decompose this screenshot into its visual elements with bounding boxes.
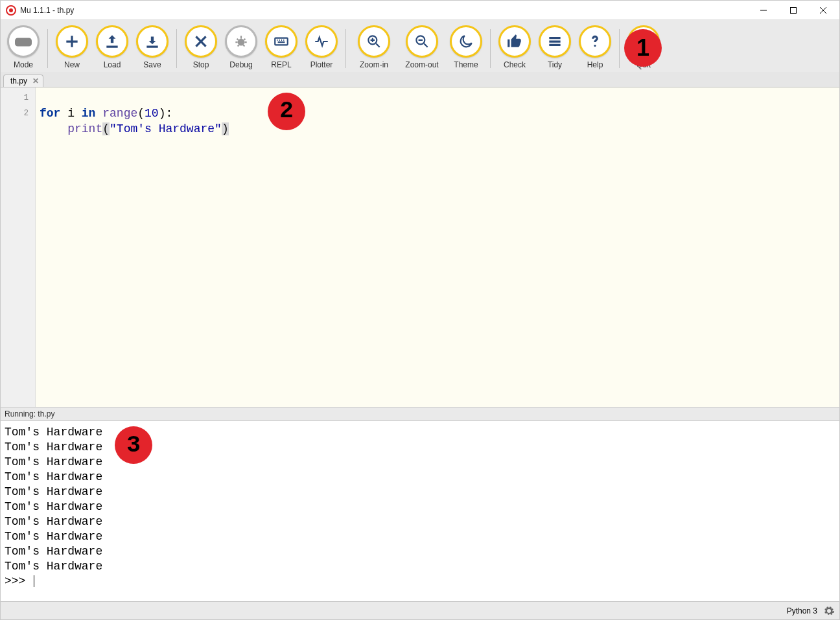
svg-point-5: [594, 45, 596, 47]
callout-1: 1: [624, 29, 662, 67]
check-button[interactable]: Check: [495, 24, 535, 71]
download-icon: [136, 25, 169, 58]
code-token: range: [95, 107, 137, 120]
tab-file[interactable]: th.py ✕: [3, 75, 43, 87]
code-editor[interactable]: 1 2 for i in range(10): print("Tom's Har…: [1, 87, 839, 407]
keyboard-icon: [265, 25, 298, 58]
save-button[interactable]: Save: [132, 24, 172, 71]
zoom-out-icon: [406, 25, 438, 58]
code-area[interactable]: for i in range(10): print("Tom's Hardwar…: [36, 87, 839, 407]
gamepad-icon: [7, 25, 40, 58]
zoom-out-button[interactable]: Zoom-out: [398, 24, 446, 71]
code-token: for: [40, 107, 60, 120]
code-token: "Tom's Hardware": [110, 122, 222, 135]
tab-bar: th.py ✕: [1, 72, 839, 87]
separator: [176, 29, 177, 68]
toolbar-label: Zoom-in: [360, 60, 388, 69]
x-icon: [185, 25, 217, 58]
output-line: Tom's Hardware: [5, 455, 102, 468]
output-line: Tom's Hardware: [5, 426, 102, 439]
status-mode: Python 3: [787, 606, 817, 615]
line-gutter: 1 2: [1, 87, 36, 407]
code-token: i: [60, 107, 81, 120]
line-number: 2: [1, 106, 29, 121]
separator: [345, 29, 346, 68]
output-line: Tom's Hardware: [5, 545, 102, 558]
svg-rect-0: [791, 7, 797, 13]
moon-icon: [450, 25, 482, 58]
window-title: Mu 1.1.1 - th.py: [20, 6, 749, 15]
theme-button[interactable]: Theme: [446, 24, 486, 71]
new-button[interactable]: New: [52, 24, 92, 71]
separator: [47, 29, 48, 68]
toolbar: Mode New Load Save Stop Debug REPL: [1, 20, 839, 72]
output-panel[interactable]: Tom's Hardware Tom's Hardware Tom's Hard…: [1, 421, 839, 601]
close-button[interactable]: [808, 1, 838, 20]
titlebar: Mu 1.1.1 - th.py: [1, 1, 839, 20]
upload-icon: [96, 25, 128, 58]
zoom-in-button[interactable]: Zoom-in: [350, 24, 398, 71]
thumbs-up-icon: [498, 25, 531, 58]
code-token: (: [137, 107, 145, 120]
maximize-button[interactable]: [778, 1, 808, 20]
toolbar-label: Stop: [193, 60, 209, 69]
close-icon[interactable]: ✕: [32, 76, 39, 86]
menu-icon: [539, 25, 571, 58]
separator: [490, 29, 491, 68]
toolbar-label: Theme: [454, 60, 478, 69]
pulse-icon: [305, 25, 338, 58]
code-token: in: [82, 107, 96, 120]
tidy-button[interactable]: Tidy: [535, 24, 575, 71]
runner-header: Running: th.py: [1, 407, 839, 421]
code-token: 10: [145, 107, 159, 120]
toolbar-label: Help: [587, 60, 603, 69]
debug-button[interactable]: Debug: [221, 24, 261, 71]
toolbar-label: Tidy: [548, 60, 562, 69]
toolbar-label: Check: [504, 60, 526, 69]
repl-button[interactable]: REPL: [261, 24, 301, 71]
help-button[interactable]: Help: [575, 24, 615, 71]
app-icon: [6, 5, 16, 16]
load-button[interactable]: Load: [92, 24, 132, 71]
cursor: [34, 575, 34, 587]
toolbar-label: Save: [143, 60, 161, 69]
mode-button[interactable]: Mode: [3, 24, 43, 71]
line-number: 1: [1, 90, 29, 106]
callout-3: 3: [115, 426, 152, 464]
toolbar-label: Debug: [229, 60, 252, 69]
code-token: ): [222, 122, 229, 135]
toolbar-label: Zoom-out: [405, 60, 438, 69]
window-controls: [749, 1, 838, 20]
output-line: Tom's Hardware: [5, 500, 102, 513]
callout-2: 2: [268, 93, 305, 130]
output-line: Tom's Hardware: [5, 470, 102, 483]
plotter-button[interactable]: Plotter: [301, 24, 342, 71]
minimize-button[interactable]: [749, 1, 778, 20]
tab-label: th.py: [10, 76, 27, 86]
output-line: Tom's Hardware: [5, 485, 102, 498]
toolbar-label: REPL: [271, 60, 291, 69]
code-token: (: [102, 122, 110, 135]
output-line: Tom's Hardware: [5, 441, 102, 454]
output-line: Tom's Hardware: [5, 530, 102, 543]
output-line: Tom's Hardware: [5, 515, 102, 528]
bug-icon: [225, 25, 257, 58]
zoom-in-icon: [358, 25, 390, 58]
code-token: print: [67, 122, 102, 135]
svg-point-1: [238, 39, 245, 46]
gear-icon[interactable]: [822, 604, 835, 617]
status-bar: Python 3: [1, 601, 839, 619]
question-icon: [579, 25, 611, 58]
prompt: >>>: [5, 575, 32, 588]
stop-button[interactable]: Stop: [181, 24, 221, 71]
plus-icon: [56, 25, 88, 58]
output-line: Tom's Hardware: [5, 560, 102, 573]
toolbar-label: Mode: [14, 60, 33, 69]
toolbar-label: New: [64, 60, 80, 69]
code-token: [40, 122, 67, 135]
toolbar-label: Plotter: [310, 60, 333, 69]
toolbar-label: Load: [104, 60, 121, 69]
separator: [619, 29, 620, 68]
code-token: ):: [159, 107, 173, 120]
